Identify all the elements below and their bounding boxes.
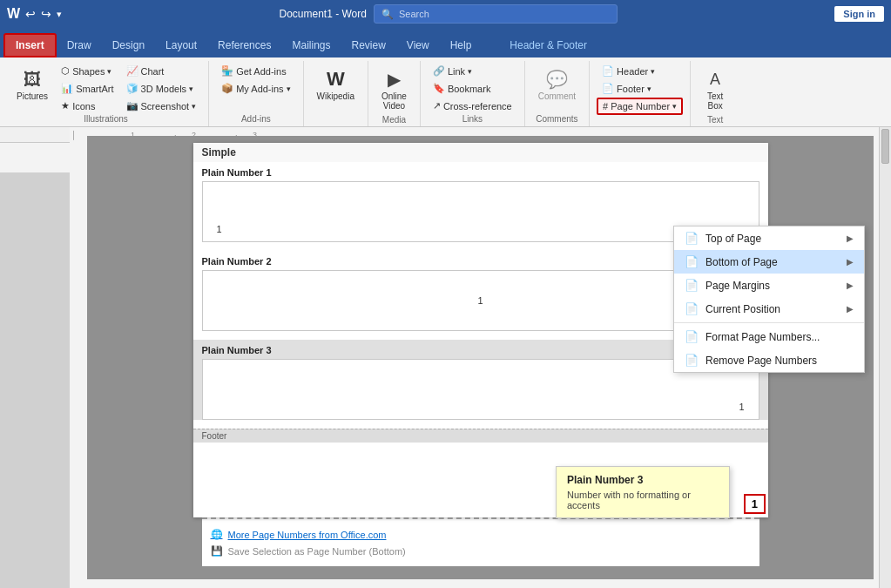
ribbon-tabs: Insert Draw Design Layout References Mai… [0, 28, 891, 57]
title-bar: W ↩ ↪ ▾ Document1 - Word 🔍 Search Sign i… [0, 0, 891, 28]
globe-icon: 🌐 [211, 529, 223, 540]
link-button[interactable]: 🔗 Link ▾ [428, 63, 517, 79]
get-add-ins-button[interactable]: 🏪 Get Add-ins [216, 63, 295, 79]
tab-draw[interactable]: Draw [57, 33, 102, 57]
sign-in-button[interactable]: Sign in [834, 6, 884, 22]
pictures-icon: 🖼 [24, 67, 41, 91]
more-page-numbers-link[interactable]: 🌐 More Page Numbers from Office.com [211, 526, 751, 543]
link-label: Link [448, 66, 465, 77]
menu-item-format-page-numbers[interactable]: 📄 Format Page Numbers... [674, 325, 864, 348]
links-items: 🔗 Link ▾ 🔖 Bookmark ↗ Cross-reference [428, 63, 517, 114]
comment-icon: 💬 [546, 67, 568, 91]
link-dropdown-icon: ▾ [468, 67, 472, 76]
addins-column: 🏪 Get Add-ins 📦 My Add-ins ▾ [216, 63, 295, 97]
ribbon: 🖼 Pictures ⬡ Shapes ▾ 📊 SmartArt ★ [0, 57, 891, 127]
bottom-links: 🌐 More Page Numbers from Office.com 💾 Sa… [202, 517, 759, 566]
floppy-icon: 💾 [211, 545, 223, 557]
footer-bar: Footer [193, 429, 768, 443]
bookmark-button[interactable]: 🔖 Bookmark [428, 80, 517, 97]
icons-button[interactable]: ★ Icons [56, 98, 118, 114]
screenshot-icon: 📷 [126, 100, 138, 112]
3dmodels-icon: 🧊 [126, 83, 138, 94]
quick-access-redo[interactable]: ↪ [41, 7, 51, 21]
screenshot-button[interactable]: 📷 Screenshot ▾ [121, 98, 202, 114]
current-position-arrow: ▶ [847, 304, 854, 314]
tooltip-description: Number with no formatting or accents [567, 490, 719, 510]
bookmark-label: Bookmark [448, 84, 491, 94]
text-box-button[interactable]: A TextBox [698, 63, 732, 115]
tab-help[interactable]: Help [440, 33, 483, 57]
tab-mailings[interactable]: Mailings [281, 33, 341, 57]
media-group-label: Media [382, 115, 406, 127]
ribbon-group-wikipedia: W Wikipedia [304, 61, 368, 126]
page-margins-icon: 📄 [685, 279, 699, 292]
footer-button[interactable]: 📄 Footer ▾ [597, 80, 683, 97]
footer-dropdown-icon: ▾ [647, 84, 651, 93]
top-of-page-arrow: ▶ [847, 233, 854, 243]
smartart-button[interactable]: 📊 SmartArt [56, 80, 118, 97]
search-box[interactable]: 🔍 Search [374, 4, 618, 24]
my-add-ins-button[interactable]: 📦 My Add-ins ▾ [216, 80, 295, 97]
comment-button[interactable]: 💬 Comment [532, 63, 582, 105]
tab-references[interactable]: References [207, 33, 281, 57]
shapes-icon: ⬡ [61, 65, 70, 77]
pictures-label: Pictures [17, 91, 48, 101]
save-selection-link: 💾 Save Selection as Page Number (Bottom) [211, 543, 751, 559]
tab-header-footer[interactable]: Header & Footer [499, 33, 597, 57]
ruler: │ 1 · 2 · 3 [0, 127, 70, 143]
illustrations-items: 🖼 Pictures ⬡ Shapes ▾ 📊 SmartArt ★ [10, 63, 201, 114]
bottom-of-page-icon: 📄 [685, 255, 699, 268]
screenshot-label: Screenshot [141, 101, 190, 112]
chart-button[interactable]: 📈 Chart [121, 63, 202, 79]
menu-item-current-position[interactable]: 📄 Current Position ▶ [674, 297, 864, 321]
hf-column: 📄 Header ▾ 📄 Footer ▾ # Page Number ▾ [597, 63, 683, 115]
menu-item-page-margins[interactable]: 📄 Page Margins ▶ [674, 274, 864, 297]
plain-number-1-value: 1 [210, 220, 229, 238]
remove-page-numbers-icon: 📄 [685, 354, 699, 367]
header-icon: 📄 [602, 65, 614, 77]
menu-item-remove-page-numbers[interactable]: 📄 Remove Page Numbers [674, 348, 864, 372]
shapes-button[interactable]: ⬡ Shapes ▾ [56, 63, 118, 79]
tab-insert[interactable]: Insert [3, 33, 57, 57]
tooltip-popup: Plain Number 3 Number with no formatting… [556, 466, 730, 518]
bottom-of-page-label: Bottom of Page [705, 256, 778, 268]
menu-item-top-of-page[interactable]: 📄 Top of Page ▶ [674, 226, 864, 250]
online-video-button[interactable]: ▶ OnlineVideo [375, 63, 413, 115]
wikipedia-label: Wikipedia [317, 91, 354, 101]
title-bar-center: Document1 - Word 🔍 Search [279, 4, 617, 24]
page-number-label: Page Number [611, 101, 670, 112]
format-page-numbers-icon: 📄 [685, 330, 699, 343]
tab-view[interactable]: View [396, 33, 440, 57]
header-label: Header [617, 66, 648, 77]
page-number-dropdown-icon: ▾ [672, 102, 677, 111]
3dmodels-label: 3D Models [141, 84, 187, 94]
quick-access-more[interactable]: ▾ [57, 9, 62, 20]
ribbon-group-text: A TextBox Text [691, 61, 739, 126]
wikipedia-items: W Wikipedia [311, 63, 361, 124]
tab-review[interactable]: Review [341, 33, 395, 57]
wikipedia-button[interactable]: W Wikipedia [311, 63, 361, 105]
margin-bar [0, 172, 70, 588]
search-placeholder: Search [399, 9, 429, 19]
tab-design[interactable]: Design [102, 33, 155, 57]
ribbon-group-illustrations: 🖼 Pictures ⬡ Shapes ▾ 📊 SmartArt ★ [3, 61, 209, 126]
tooltip-title: Plain Number 3 [567, 474, 719, 486]
quick-access-undo[interactable]: ↩ [25, 7, 36, 21]
smartart-icon: 📊 [61, 83, 73, 94]
page-number-button[interactable]: # Page Number ▾ [597, 98, 683, 115]
section-label: Simple [193, 143, 768, 162]
hf-items: 📄 Header ▾ 📄 Footer ▾ # Page Number ▾ [597, 63, 683, 124]
menu-item-bottom-of-page[interactable]: 📄 Bottom of Page ▶ [674, 250, 864, 274]
header-button[interactable]: 📄 Header ▾ [597, 63, 683, 79]
top-of-page-icon: 📄 [685, 232, 699, 245]
plain-number-1-label: Plain Number 1 [193, 162, 768, 181]
cross-reference-button[interactable]: ↗ Cross-reference [428, 98, 517, 114]
text-group-label: Text [707, 115, 723, 127]
plain-number-3-value: 1 [732, 398, 751, 416]
3dmodels-button[interactable]: 🧊 3D Models ▾ [121, 80, 202, 97]
tab-layout[interactable]: Layout [155, 33, 207, 57]
media-items: ▶ OnlineVideo [375, 63, 413, 115]
pictures-button[interactable]: 🖼 Pictures [10, 63, 54, 105]
my-addins-label: My Add-ins [236, 84, 283, 94]
illustrations-group-label: Illustrations [84, 114, 128, 126]
